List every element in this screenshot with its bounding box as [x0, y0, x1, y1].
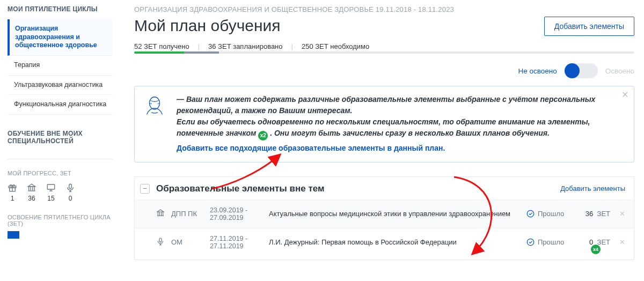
sidebar-cycle-progress-title: ОСВОЕНИЕ ПЯТИЛЕТНЕГО ЦИКЛА (ЗЕТ) — [8, 214, 113, 227]
row-date: 27.11.2019 - 27.11.2019 — [210, 235, 269, 250]
cycle-progress-bar — [8, 231, 19, 239]
progress-gift: 1 — [8, 183, 17, 202]
svg-rect-23 — [159, 238, 162, 242]
zet-planned: 36 ЗЕТ запланировано — [208, 42, 283, 50]
sidebar-item-org-health[interactable]: Организация здравоохранения и общественн… — [8, 19, 113, 56]
row-date: 23.09.2019 - 27.09.2019 — [210, 206, 269, 221]
sidebar-outside-title: ОБУЧЕНИЕ ВНЕ МОИХ СПЕЦИАЛЬНОСТЕЙ — [8, 130, 113, 145]
svg-point-26 — [527, 239, 534, 246]
zet-done: 52 ЗЕТ получено — [134, 42, 189, 50]
section-add-link[interactable]: Добавить элементы — [560, 184, 625, 193]
row-status: Прошло — [526, 238, 573, 246]
check-circle-icon — [526, 210, 535, 218]
info-text-1: — Ваш план может содержать различные обр… — [177, 94, 624, 116]
mic-icon — [65, 183, 75, 193]
svg-rect-12 — [69, 184, 72, 188]
svg-marker-16 — [157, 210, 164, 212]
sidebar-item-functional[interactable]: Функциональная диагностика — [8, 95, 113, 115]
info-avatar-icon — [142, 94, 167, 119]
svg-rect-9 — [47, 184, 55, 189]
svg-marker-3 — [28, 184, 35, 187]
add-elements-button[interactable]: Добавить элементы — [544, 17, 634, 36]
main: ОРГАНИЗАЦИЯ ЗДРАВООХРАНЕНИЯ И ОБЩЕСТВЕНН… — [113, 0, 644, 276]
table-row[interactable]: ОМ 27.11.2019 - 27.11.2019 Л.И. Дежурный… — [135, 228, 634, 256]
progress-bank: 36 — [27, 183, 36, 202]
row-type: ДПП ПК — [171, 210, 210, 218]
collapse-toggle[interactable]: − — [140, 184, 150, 194]
row-title: Л.И. Дежурный: Первая помощь в Российско… — [269, 238, 526, 247]
toggle-label-left: Не освоено — [518, 67, 557, 75]
sidebar-cycles-title: МОИ ПЯТИЛЕТНИЕ ЦИКЛЫ — [8, 5, 113, 13]
zet-required: 250 ЗЕТ необходимо — [302, 42, 369, 50]
sidebar-item-label: Функциональная диагностика — [14, 100, 106, 108]
bank-icon — [156, 209, 171, 219]
sidebar-item-therapy[interactable]: Терапия — [8, 56, 113, 76]
elements-outside-topics-section: − Образовательные элементы вне тем Добав… — [134, 176, 634, 260]
progress-bar — [134, 51, 634, 54]
sidebar-item-ultrasound[interactable]: Ультразвуковая диагностика — [8, 76, 113, 95]
sidebar-progress-title: МОЙ ПРОГРЕСС, ЗЕТ — [8, 170, 113, 176]
row-zet: 36 ЗЕТ — [573, 210, 610, 218]
row-remove-icon[interactable]: ✕ — [610, 238, 625, 246]
bank-icon — [27, 183, 36, 193]
sidebar-item-label: Терапия — [14, 61, 40, 69]
sidebar-item-label: Ультразвуковая диагностика — [14, 81, 103, 88]
page-title: Мой план обучения — [134, 17, 281, 35]
row-zet: 0 ЗЕТ — [573, 238, 610, 246]
section-title: Образовательные элементы вне тем — [156, 183, 560, 194]
row-title: Актуальные вопросы медицинской этики в у… — [269, 209, 526, 219]
mic-icon — [156, 237, 171, 247]
mastered-toggle[interactable] — [565, 63, 598, 78]
progress-monitor: 15 — [46, 183, 56, 202]
monitor-icon — [46, 183, 56, 193]
sidebar-item-label: Организация здравоохранения и общественн… — [15, 25, 97, 49]
close-icon[interactable]: ✕ — [621, 90, 628, 100]
breadcrumb: ОРГАНИЗАЦИЯ ЗДРАВООХРАНЕНИЯ И ОБЩЕСТВЕНН… — [134, 5, 634, 13]
zet-stats-row: 52 ЗЕТ получено | 36 ЗЕТ запланировано |… — [134, 42, 634, 50]
info-text-2b: . Они могут быть зачислены сразу в неско… — [270, 129, 550, 137]
gift-icon — [8, 183, 17, 193]
check-circle-icon — [526, 238, 535, 246]
progress-icons: 1 36 15 0 — [8, 183, 113, 202]
table-row[interactable]: ДПП ПК 23.09.2019 - 27.09.2019 Актуальны… — [135, 199, 634, 228]
sidebar: МОИ ПЯТИЛЕТНИЕ ЦИКЛЫ Организация здравоо… — [0, 0, 113, 276]
row-remove-icon[interactable]: ✕ — [610, 210, 625, 218]
row-status: Прошло — [526, 210, 573, 218]
toggle-label-right: Освоено — [605, 67, 634, 75]
svg-point-22 — [527, 210, 534, 217]
x4-badge: x4 — [591, 245, 601, 254]
progress-mic: 0 — [65, 183, 75, 202]
info-add-all-link[interactable]: Добавить все подходящие образовательные … — [177, 144, 445, 152]
x2-badge: x2 — [258, 131, 268, 140]
row-type: ОМ — [171, 238, 210, 246]
info-card: ✕ — Ваш план может содержать различные о… — [134, 86, 634, 162]
